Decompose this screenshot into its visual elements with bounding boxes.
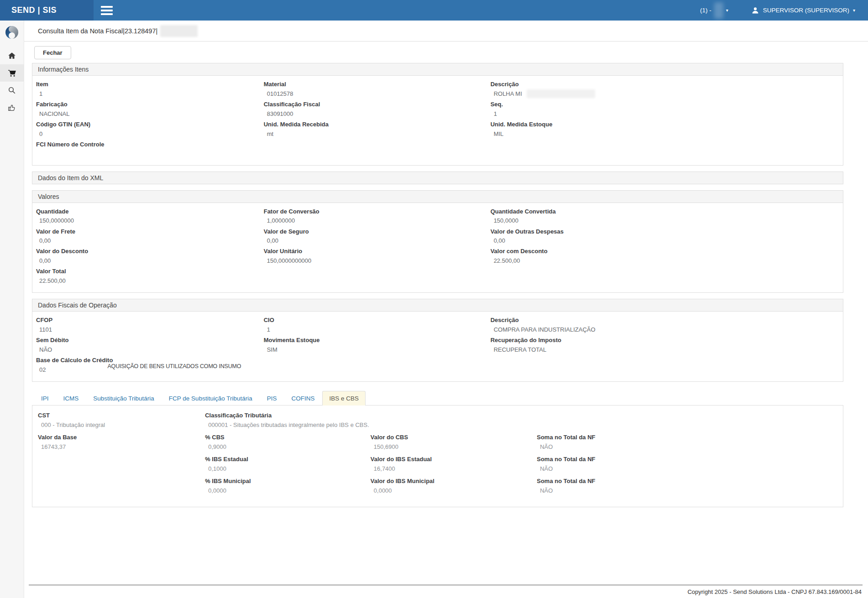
panel-title: Informações Itens bbox=[32, 63, 843, 76]
field-valor-frete: Valor de Frete 0,00 bbox=[36, 227, 264, 246]
field-valor-desconto: Valor do Desconto 0,00 bbox=[36, 247, 264, 265]
field-pct-cbs: % CBS 0,9000 bbox=[205, 433, 371, 452]
field-item: Item 1 bbox=[36, 80, 264, 99]
field-descricao-cfop: Descrição COMPRA PARA INDUSTRIALIZAÇÃO bbox=[491, 316, 837, 334]
field-valor-da-base: Valor da Base 16743,37 bbox=[38, 433, 205, 452]
sidebar-item-search[interactable] bbox=[0, 82, 24, 99]
user-menu[interactable]: SUPERVISOR (SUPERVISOR) ▾ bbox=[751, 6, 855, 15]
tab-cofins[interactable]: COFINS bbox=[284, 391, 321, 406]
field-classificacao-tributaria: Classificação Tributária 000001 - Situaç… bbox=[205, 411, 837, 430]
home-icon bbox=[8, 52, 16, 60]
redacted-description-blur bbox=[527, 89, 595, 98]
footer: Copyright 2025 - Send Solutions Ltda - C… bbox=[24, 585, 868, 598]
tab-icms[interactable]: ICMS bbox=[57, 391, 86, 406]
panel-dados-item-xml: Dados do Item do XML bbox=[32, 172, 843, 184]
sidebar-item-approvals[interactable] bbox=[0, 99, 24, 116]
tab-pis[interactable]: PIS bbox=[260, 391, 284, 406]
field-material: Material 01012578 bbox=[264, 80, 491, 99]
field-unid-estoque: Unid. Medida Estoque MIL bbox=[491, 120, 837, 139]
copyright-text: Copyright 2025 - Send Solutions Ltda - C… bbox=[29, 585, 863, 595]
field-fator-conversao: Fator de Conversão 1,0000000 bbox=[264, 207, 491, 226]
top-navbar: SEND | SIS (1) - ▾ SUPERVISOR (SUPERVISO… bbox=[0, 0, 868, 21]
shopping-cart-icon bbox=[8, 69, 16, 78]
tab-substituicao-tributaria[interactable]: Substituição Tributária bbox=[86, 391, 161, 406]
tab-ipi[interactable]: IPI bbox=[34, 391, 56, 406]
field-valor-ibs-municipal: Valor do IBS Municipal 0,0000 bbox=[371, 477, 537, 495]
redacted-title-blur bbox=[160, 25, 198, 37]
menu-toggle-icon[interactable] bbox=[94, 0, 120, 21]
ibs-cbs-panel: CST 000 - Tributação integral Classifica… bbox=[32, 405, 843, 507]
field-classificacao-fiscal: Classificação Fiscal 83091000 bbox=[264, 100, 491, 119]
field-soma-total-nf-ibs-municipal: Soma no Total da NF NÃO bbox=[537, 477, 837, 495]
field-valor-com-desconto: Valor com Desconto 22.500,00 bbox=[491, 247, 837, 265]
session-prefix: (1) - bbox=[700, 7, 711, 14]
sidebar bbox=[0, 21, 24, 598]
field-valor-seguro: Valor de Seguro 0,00 bbox=[264, 227, 491, 246]
redacted-company-blur bbox=[714, 2, 723, 19]
field-quantidade-convertida: Quantidade Convertida 150,0000 bbox=[491, 207, 837, 226]
tax-tabs: IPI ICMS Substituição Tributária FCP de … bbox=[32, 391, 843, 406]
tab-ibs-cbs[interactable]: IBS e CBS bbox=[322, 391, 366, 406]
chevron-down-icon: ▾ bbox=[726, 8, 728, 13]
panel-dados-fiscais: Dados Fiscais de Operação CFOP 1101 CIO … bbox=[32, 299, 843, 382]
field-soma-total-nf-ibs-estadual: Soma no Total da NF NÃO bbox=[537, 455, 837, 473]
tab-fcp-substituicao-tributaria[interactable]: FCP de Substituição Tributária bbox=[162, 391, 259, 406]
sidebar-item-purchases[interactable] bbox=[0, 64, 24, 82]
field-soma-total-nf-cbs: Soma no Total da NF NÃO bbox=[537, 433, 837, 452]
search-icon bbox=[8, 86, 16, 94]
field-valor-total: Valor Total 22.500,00 bbox=[36, 267, 264, 286]
base-calculo-descricao: AQUISIÇÃO DE BENS UTILIZADOS COMO INSUMO bbox=[107, 362, 241, 371]
app-brand: SEND | SIS bbox=[0, 0, 94, 21]
field-sem-debito: Sem Débito NÃO bbox=[36, 336, 264, 354]
panel-title: Dados Fiscais de Operação bbox=[32, 299, 843, 312]
field-cio: CIO 1 bbox=[264, 316, 491, 334]
field-descricao: Descrição ROLHA MI bbox=[491, 80, 837, 99]
panel-informacoes-itens: Informações Itens Item 1 Material 010125… bbox=[32, 63, 843, 166]
field-valor-cbs: Valor do CBS 150,6900 bbox=[371, 433, 537, 452]
field-cst: CST 000 - Tributação integral bbox=[38, 411, 205, 430]
field-fci: FCI Número de Controle bbox=[36, 140, 264, 158]
field-base-calculo-credito: Base de Cálculo de Crédito 02 AQUISIÇÃO … bbox=[36, 356, 264, 374]
field-movimenta-estoque: Movimenta Estoque SIM bbox=[264, 336, 491, 354]
field-gtin: Código GTIN (EAN) 0 bbox=[36, 120, 264, 139]
field-valor-outras-despesas: Valor de Outras Despesas 0,00 bbox=[491, 227, 837, 246]
field-pct-ibs-estadual: % IBS Estadual 0,1000 bbox=[205, 455, 371, 473]
panel-title: Valores bbox=[32, 191, 843, 203]
close-button[interactable]: Fechar bbox=[34, 46, 71, 59]
field-seq: Seq. 1 bbox=[491, 100, 837, 119]
company-selector[interactable]: (1) - ▾ bbox=[700, 2, 728, 19]
field-cfop: CFOP 1101 bbox=[36, 316, 264, 334]
page-title-bar: Consulta Item da Nota Fiscal|23.128497| bbox=[24, 21, 868, 42]
field-recuperacao-imposto: Recuperação do Imposto RECUPERA TOTAL bbox=[491, 336, 837, 354]
field-fabricacao: Fabricação NACIONAL bbox=[36, 100, 264, 119]
user-label: SUPERVISOR (SUPERVISOR) bbox=[763, 7, 849, 14]
panel-valores: Valores Quantidade 150,0000000 Fator de … bbox=[32, 190, 843, 293]
field-valor-ibs-estadual: Valor do IBS Estadual 16,7400 bbox=[371, 455, 537, 473]
user-icon bbox=[751, 6, 759, 15]
chevron-down-icon: ▾ bbox=[853, 8, 855, 13]
field-unid-recebida: Unid. Medida Recebida mt bbox=[264, 120, 491, 139]
field-valor-unitario: Valor Unitário 150,0000000000 bbox=[264, 247, 491, 265]
sidebar-item-home[interactable] bbox=[0, 47, 24, 64]
field-quantidade: Quantidade 150,0000000 bbox=[36, 207, 264, 226]
app-logo bbox=[0, 21, 24, 47]
thumbs-up-icon bbox=[8, 104, 16, 112]
field-pct-ibs-municipal: % IBS Municipal 0,0000 bbox=[205, 477, 371, 495]
page-title: Consulta Item da Nota Fiscal|23.128497| bbox=[38, 27, 157, 35]
